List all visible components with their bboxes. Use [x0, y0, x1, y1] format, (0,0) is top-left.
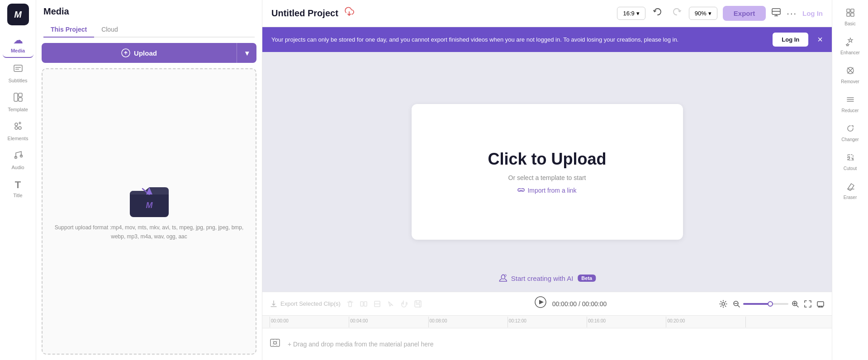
sidebar-item-label: Title	[13, 193, 22, 198]
zoom-in-icon	[791, 300, 799, 308]
upload-button[interactable]: Upload ▾	[42, 43, 256, 63]
sidebar-item-elements[interactable]: Elements	[3, 118, 33, 145]
aspect-ratio-button[interactable]: 16:9 ▾	[617, 7, 645, 20]
split-icon	[360, 300, 368, 308]
hand-tool-button[interactable]	[400, 300, 408, 308]
undo-button[interactable]	[651, 5, 664, 21]
ruler-marks: 00:00:00 00:04:00 00:08:00 00:12:00 00:1…	[270, 317, 825, 327]
svg-rect-4	[19, 93, 22, 97]
screen-layout-button[interactable]	[771, 7, 781, 19]
canvas-area[interactable]: Click to Upload Or select a template to …	[262, 52, 832, 292]
right-sidebar-item-changer[interactable]: Changer	[834, 119, 867, 147]
svg-rect-43	[847, 9, 850, 12]
ai-button-text: Start creating with AI	[511, 275, 574, 282]
zoom-track[interactable]	[743, 303, 788, 305]
zoom-thumb[interactable]	[768, 301, 773, 307]
sidebar-item-audio[interactable]: Audio	[3, 147, 33, 174]
svg-rect-5	[19, 98, 22, 101]
top-bar-controls: 16:9 ▾ 90% ▾ Export ··· Log In	[617, 5, 823, 21]
cloud-save-icon[interactable]	[343, 6, 356, 21]
ai-icon	[498, 274, 508, 283]
right-sidebar-label: Basic	[844, 21, 855, 26]
timeline-ruler: 00:00:00 00:04:00 00:08:00 00:12:00 00:1…	[262, 316, 832, 328]
media-panel-title: Media	[43, 6, 255, 17]
fullscreen-icon	[816, 300, 825, 308]
link-icon	[517, 187, 525, 194]
svg-rect-0	[14, 65, 22, 71]
upload-dropdown-arrow[interactable]: ▾	[237, 43, 256, 63]
right-sidebar-item-remover[interactable]: Remover	[834, 62, 867, 89]
sidebar-item-media[interactable]: ☁ Media	[3, 31, 33, 58]
sidebar-item-subtitles[interactable]: Subtitles	[3, 60, 33, 87]
settings-icon	[719, 299, 728, 308]
timeline-track-icon	[270, 337, 280, 351]
right-sidebar-item-eraser[interactable]: Eraser	[834, 177, 867, 204]
right-sidebar-item-cutout[interactable]: Cutout	[834, 148, 867, 175]
select-tool-button[interactable]	[387, 300, 395, 308]
zoom-out-button[interactable]	[732, 300, 740, 308]
media-icon: ☁	[13, 34, 23, 46]
timeline-area: Export Selected Clip(s)	[262, 292, 832, 360]
zoom-in-button[interactable]	[791, 300, 799, 308]
sidebar-item-title[interactable]: T Title	[3, 175, 33, 202]
project-name-text: Untitled Project	[271, 8, 338, 19]
redo-button[interactable]	[670, 5, 683, 21]
crop-tool-button[interactable]	[373, 300, 381, 308]
hand-icon	[400, 300, 408, 308]
export-clips-icon	[270, 300, 278, 308]
notification-close-button[interactable]: ×	[817, 34, 823, 45]
aspect-ratio-value: 16:9	[623, 10, 634, 17]
crop-icon	[373, 300, 381, 308]
ai-create-button[interactable]: Start creating with AI	[498, 274, 574, 283]
delete-tool-button[interactable]	[346, 300, 354, 308]
settings-tool-button[interactable]	[719, 299, 728, 308]
right-sidebar-item-reducer[interactable]: Reducer	[834, 90, 867, 118]
export-button[interactable]: Export	[723, 6, 766, 21]
timeline-toolbar: Export Selected Clip(s)	[262, 292, 832, 316]
fit-button[interactable]	[804, 300, 812, 308]
right-sidebar-item-enhancer[interactable]: Enhancer	[834, 33, 867, 60]
drag-drop-label: + Drag and drop media from the material …	[288, 341, 434, 348]
main-area: Untitled Project 16:9 ▾ 90% ▾	[262, 0, 832, 360]
right-sidebar-item-basic[interactable]: Basic	[834, 4, 867, 31]
save-icon	[414, 300, 422, 308]
audio-icon	[13, 150, 23, 163]
svg-rect-3	[14, 93, 18, 101]
zoom-button[interactable]: 90% ▾	[689, 7, 717, 20]
sidebar-item-label: Media	[11, 48, 25, 53]
sidebar-item-label: Audio	[11, 165, 24, 170]
tab-this-project[interactable]: This Project	[43, 22, 94, 38]
fullscreen-button[interactable]	[816, 300, 825, 308]
title-icon: T	[15, 179, 21, 191]
svg-point-6	[15, 123, 18, 126]
remover-icon	[846, 66, 855, 77]
svg-point-21	[504, 275, 506, 276]
export-clips-button[interactable]: Export Selected Clip(s)	[270, 300, 341, 308]
import-from-link[interactable]: Import from a link	[517, 187, 576, 194]
basic-icon	[846, 8, 855, 19]
time-current-value: 00:00:00	[552, 300, 577, 308]
folder-icon: M	[129, 182, 170, 218]
more-options-button[interactable]: ···	[787, 8, 797, 19]
split-tool-button[interactable]	[360, 300, 368, 308]
left-navigation: M ☁ Media Subtitles Template Elements	[0, 0, 36, 360]
media-tabs: This Project Cloud	[43, 22, 255, 38]
play-button[interactable]	[534, 296, 547, 312]
timeline-zoom-controls	[719, 299, 825, 308]
time-total-value: 00:00:00	[582, 300, 607, 308]
svg-line-36	[797, 305, 798, 307]
upload-drop-area[interactable]: M Support upload format :mp4, mov, mts, …	[42, 68, 256, 355]
sidebar-item-label: Template	[8, 107, 28, 112]
ruler-mark-5: 00:20:00	[666, 317, 745, 327]
login-button[interactable]: Log In	[802, 9, 823, 17]
svg-point-29	[722, 303, 725, 305]
sidebar-item-template[interactable]: Template	[3, 89, 33, 116]
media-panel: Media This Project Cloud Upload ▾	[36, 0, 262, 360]
timeline-drop-zone[interactable]: + Drag and drop media from the material …	[262, 328, 832, 360]
tab-cloud[interactable]: Cloud	[94, 22, 125, 38]
ruler-mark-1: 00:04:00	[349, 317, 428, 327]
save-tool-button[interactable]	[414, 300, 422, 308]
fit-icon	[804, 300, 812, 308]
notification-login-button[interactable]: Log In	[773, 33, 808, 47]
sidebar-item-label: Elements	[8, 136, 28, 141]
